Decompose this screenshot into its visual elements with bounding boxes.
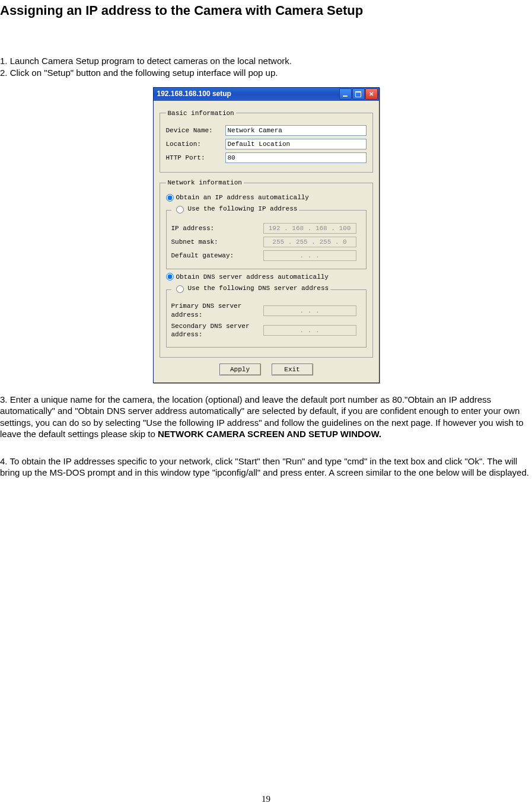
- maximize-icon[interactable]: [352, 88, 365, 100]
- use-following-dns-radio[interactable]: [176, 285, 184, 293]
- para-3: 3. Enter a unique name for the camera, t…: [0, 394, 532, 440]
- use-following-dns-label: Use the following DNS server address: [188, 284, 329, 292]
- http-port-label: HTTP Port:: [166, 154, 225, 162]
- location-label: Location:: [166, 140, 225, 148]
- default-gateway-label: Default gateway:: [171, 251, 263, 260]
- location-input[interactable]: [225, 139, 367, 149]
- obtain-dns-auto-label: Obtain DNS server address automatically: [176, 273, 329, 281]
- basic-info-legend: Basic information: [166, 109, 236, 117]
- device-name-input[interactable]: [225, 125, 367, 136]
- static-dns-subgroup: Use the following DNS server address Pri…: [166, 283, 367, 347]
- secondary-dns-input[interactable]: . . .: [263, 325, 356, 336]
- static-ip-subgroup: Use the following IP address IP address:…: [166, 204, 367, 269]
- http-port-input[interactable]: [225, 152, 367, 163]
- network-info-group: Network information Obtain an IP address…: [160, 179, 373, 358]
- obtain-ip-auto-label: Obtain an IP address automatically: [176, 193, 309, 202]
- basic-info-group: Basic information Device Name: Location:…: [160, 109, 373, 173]
- device-name-label: Device Name:: [166, 126, 225, 135]
- ip-address-input[interactable]: 192 . 168 . 168 . 100: [263, 223, 356, 234]
- primary-dns-label: Primary DNS server address:: [171, 302, 263, 319]
- use-following-ip-label: Use the following IP address: [188, 205, 298, 213]
- setup-dialog: 192.168.168.100 setup Basic information …: [153, 87, 380, 383]
- minimize-icon[interactable]: [339, 88, 352, 100]
- subnet-mask-input[interactable]: 255 . 255 . 255 . 0: [263, 237, 356, 247]
- obtain-ip-auto-radio[interactable]: [166, 194, 174, 202]
- dialog-title: 192.168.168.100 setup: [157, 90, 231, 99]
- page-number: 19: [0, 794, 532, 805]
- step-2: 2. Click on "Setup" button and the follo…: [0, 67, 532, 79]
- secondary-dns-label: Secondary DNS server address:: [171, 322, 263, 339]
- close-icon[interactable]: [365, 88, 378, 100]
- obtain-dns-auto-radio[interactable]: [166, 273, 174, 281]
- titlebar[interactable]: 192.168.168.100 setup: [154, 88, 379, 101]
- ip-address-label: IP address:: [171, 224, 263, 232]
- step-1: 1. Launch Camera Setup program to detect…: [0, 55, 532, 67]
- network-info-legend: Network information: [166, 179, 244, 187]
- primary-dns-input[interactable]: . . .: [263, 305, 356, 316]
- subnet-mask-label: Subnet mask:: [171, 238, 263, 246]
- page-title: Assigning an IP address to the Camera wi…: [0, 2, 532, 20]
- exit-button[interactable]: Exit: [272, 364, 313, 375]
- intro-steps: 1. Launch Camera Setup program to detect…: [0, 55, 532, 79]
- para-4: 4. To obtain the IP addresses specific t…: [0, 455, 532, 479]
- use-following-ip-radio[interactable]: [176, 206, 184, 214]
- default-gateway-input[interactable]: . . .: [263, 250, 356, 261]
- apply-button[interactable]: Apply: [219, 364, 261, 375]
- para-3-bold: NETWORK CAMERA SCREEN AND SETUP WINDOW.: [158, 429, 381, 439]
